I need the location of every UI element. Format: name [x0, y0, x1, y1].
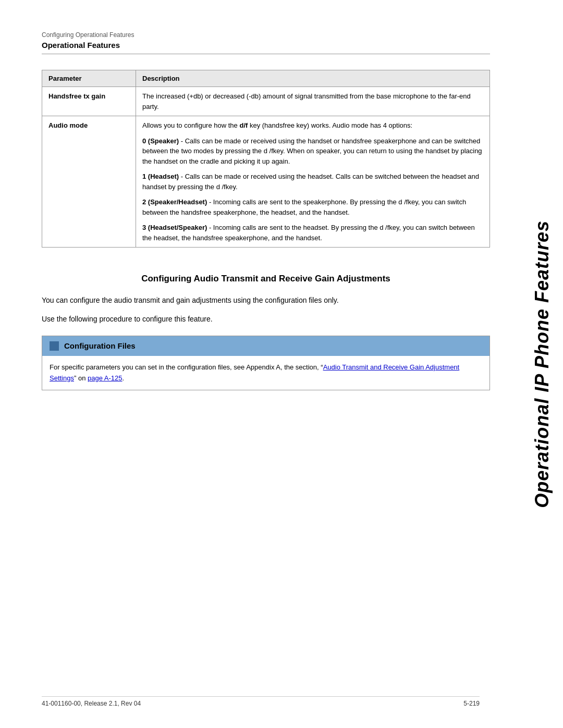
config-body-mid: ” on — [74, 374, 88, 382]
config-body-suffix: . — [123, 374, 125, 382]
section-heading: Configuring Audio Transmit and Receive G… — [42, 274, 490, 284]
param-handsfree-tx-gain: Handsfree tx gain — [42, 87, 136, 116]
config-box-body: For specific parameters you can set in t… — [42, 356, 489, 390]
config-icon — [50, 341, 59, 351]
table-row: Handsfree tx gain The increased (+db) or… — [42, 87, 490, 116]
desc-audio-mode: Allows you to configure how the d/f key … — [136, 116, 490, 248]
table-row: Audio mode Allows you to configure how t… — [42, 116, 490, 248]
sidebar-rotated: Operational IP Phone Features — [521, 0, 563, 728]
desc-handsfree-tx-gain: The increased (+db) or decreased (-db) a… — [136, 87, 490, 116]
body-text-1: You can configure the audio transmit and… — [42, 294, 490, 306]
body-text-2: Use the following procedure to configure… — [42, 313, 490, 325]
page-footer: 41-001160-00, Release 2.1, Rev 04 5-219 — [42, 696, 480, 707]
footer-right: 5-219 — [463, 700, 480, 707]
config-box-header: Configuration Files — [42, 336, 489, 356]
breadcrumb-area: Configuring Operational Features Operati… — [42, 31, 490, 54]
breadcrumb-top: Configuring Operational Features — [42, 31, 490, 39]
config-files-box: Configuration Files For specific paramet… — [42, 336, 490, 391]
config-box-title: Configuration Files — [64, 341, 136, 350]
col1-header: Parameter — [42, 70, 136, 87]
config-link-2[interactable]: page A-125 — [88, 374, 123, 382]
param-audio-mode: Audio mode — [42, 116, 136, 248]
main-content: Configuring Operational Features Operati… — [0, 0, 521, 728]
config-body-prefix: For specific parameters you can set in t… — [50, 363, 323, 371]
sidebar-title: Operational IP Phone Features — [531, 220, 553, 508]
breadcrumb-bottom: Operational Features — [42, 41, 490, 54]
param-table: Parameter Description Handsfree tx gain … — [42, 70, 490, 248]
col2-header: Description — [136, 70, 490, 87]
footer-left: 41-001160-00, Release 2.1, Rev 04 — [42, 700, 141, 707]
page-container: Operational IP Phone Features Configurin… — [0, 0, 563, 728]
